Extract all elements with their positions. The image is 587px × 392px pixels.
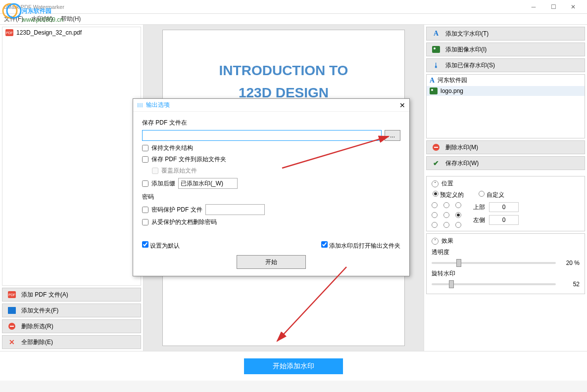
add-pdf-button[interactable]: PDF 添加 PDF 文件(A) — [2, 288, 141, 302]
app-title: uMark PDF Watermarker — [4, 4, 64, 10]
custom-radio[interactable]: 自定义 — [479, 191, 504, 199]
add-folder-button[interactable]: 添加文件夹(F) — [2, 304, 141, 317]
settings-icon: ⁞⁞⁞ — [137, 102, 143, 109]
position-grid-row: 上部 左侧 — [432, 202, 580, 228]
rotate-value: 52 — [560, 281, 580, 288]
opacity-value: 20 % — [560, 260, 580, 266]
open-after-option[interactable]: 添加水印后打开输出文件夹 — [321, 241, 400, 250]
save-path-input[interactable] — [142, 130, 382, 141]
browse-button[interactable]: ... — [385, 130, 400, 141]
menubar: 文件(F) 水印(W) 帮助(H) — [0, 14, 587, 25]
x-icon: ✕ — [7, 338, 16, 346]
left-input[interactable] — [489, 215, 519, 225]
remove-all-button[interactable]: ✕ 全部删除(E) — [2, 335, 141, 349]
overwrite-label: 覆盖原始文件 — [161, 167, 197, 175]
chevron-up-icon: ˄ — [432, 180, 439, 187]
top-input[interactable] — [489, 202, 519, 212]
saved-icon: ⭳ — [432, 62, 440, 69]
save-watermark-button[interactable]: ✔ 保存水印(W) — [426, 156, 585, 170]
opacity-label: 透明度 — [432, 248, 580, 257]
chevron-up-icon: ˄ — [432, 238, 439, 245]
watermark-name: logo.png — [440, 87, 463, 94]
position-grid[interactable] — [432, 202, 463, 228]
set-default-option[interactable]: 设置为默认 — [142, 241, 180, 250]
remove-password-label: 从受保护的文档删除密码 — [151, 218, 217, 226]
minimize-button[interactable]: ─ — [524, 1, 543, 13]
dialog-body: 保存 PDF 文件在 ... 保持文件夹结构 保存 PDF 文件到原始文件夹 覆… — [133, 112, 409, 236]
left-buttons: PDF 添加 PDF 文件(A) 添加文件夹(F) 删除所选(R) ✕ 全部删除… — [2, 288, 141, 349]
predefined-radio[interactable]: 预定义的 — [433, 191, 464, 199]
set-default-checkbox[interactable] — [142, 241, 148, 248]
dialog-title: 输出选项 — [146, 101, 170, 109]
menu-file[interactable]: 文件(F) — [4, 15, 23, 23]
menu-watermark[interactable]: 水印(W) — [31, 15, 52, 23]
add-suffix-label: 添加后缀 — [151, 179, 175, 188]
button-label: 添加图像水印(I) — [445, 45, 487, 54]
watermark-item-image[interactable]: logo.png — [427, 86, 585, 96]
dialog-footer: 设置为默认 添加水印后打开输出文件夹 — [133, 236, 409, 255]
dialog-start-button[interactable]: 开始 — [237, 255, 306, 269]
password-protect-label: 密码保护 PDF 文件 — [151, 206, 202, 214]
pos-bl[interactable] — [432, 222, 438, 228]
close-button[interactable]: ✕ — [563, 1, 583, 13]
pos-tc[interactable] — [443, 202, 449, 208]
dialog-close-button[interactable]: ✕ — [399, 101, 405, 109]
save-to-original-label: 保存 PDF 文件到原始文件夹 — [151, 155, 226, 164]
left-label: 左侧 — [473, 216, 485, 224]
open-after-checkbox[interactable] — [321, 241, 328, 248]
top-label: 上部 — [473, 203, 485, 212]
position-inputs: 上部 左侧 — [473, 202, 519, 228]
file-list[interactable]: PDF 123D_Design_32_cn.pdf — [2, 27, 141, 286]
section-header[interactable]: ˄ 位置 — [432, 179, 580, 188]
image-icon — [430, 87, 438, 94]
pos-tl[interactable] — [432, 202, 438, 208]
button-label: 全部删除(E) — [21, 338, 53, 347]
add-text-watermark-button[interactable]: A 添加文字水印(T) — [426, 27, 585, 41]
pos-mc[interactable] — [443, 212, 449, 218]
password-protect-checkbox[interactable] — [142, 207, 148, 213]
password-label: 密码 — [142, 193, 400, 201]
pos-ml[interactable] — [432, 212, 438, 218]
add-suffix-checkbox[interactable] — [142, 180, 148, 187]
left-panel: PDF 123D_Design_32_cn.pdf PDF 添加 PDF 文件(… — [0, 25, 144, 351]
file-item[interactable]: PDF 123D_Design_32_cn.pdf — [2, 27, 141, 38]
suffix-input[interactable] — [178, 178, 238, 189]
window-controls: ─ ☐ ✕ — [524, 1, 583, 13]
section-title: 效果 — [441, 237, 453, 245]
watermark-item-text[interactable]: A 河东软件园 — [427, 75, 585, 86]
password-input[interactable] — [205, 204, 265, 215]
maximize-button[interactable]: ☐ — [543, 1, 563, 13]
menu-help[interactable]: 帮助(H) — [61, 15, 81, 23]
section-header[interactable]: ˄ 效果 — [432, 237, 580, 245]
rotate-slider[interactable] — [432, 283, 556, 285]
start-watermark-button[interactable]: 开始添加水印 — [244, 358, 343, 374]
overwrite-checkbox[interactable] — [152, 168, 158, 174]
watermark-name: 河东软件园 — [438, 76, 467, 85]
watermark-list[interactable]: A 河东软件园 logo.png — [426, 74, 585, 138]
remove-selected-button[interactable]: 删除所选(R) — [2, 319, 141, 333]
folder-icon — [7, 307, 16, 314]
pos-tr[interactable] — [455, 202, 461, 208]
remove-watermark-button[interactable]: 删除水印(M) — [426, 140, 585, 154]
section-title: 位置 — [441, 179, 453, 188]
file-name: 123D_Design_32_cn.pdf — [16, 29, 82, 36]
save-to-original-checkbox[interactable] — [142, 156, 148, 163]
rotate-slider-row: 52 — [432, 281, 580, 288]
output-options-dialog: ⁞⁞⁞ 输出选项 ✕ 保存 PDF 文件在 ... 保持文件夹结构 保存 PDF… — [133, 98, 410, 276]
titlebar: uMark PDF Watermarker ─ ☐ ✕ — [0, 0, 587, 14]
keep-structure-checkbox[interactable] — [142, 145, 148, 151]
page-title-line1: INTRODUCTION TO — [178, 60, 390, 82]
opacity-slider[interactable] — [432, 262, 556, 264]
check-icon: ✔ — [432, 159, 440, 167]
button-label: 保存水印(W) — [445, 159, 479, 168]
text-icon: A — [430, 77, 435, 85]
add-image-watermark-button[interactable]: 添加图像水印(I) — [426, 43, 585, 56]
pos-br[interactable] — [455, 222, 461, 228]
pos-bc[interactable] — [443, 222, 449, 228]
rotate-label: 旋转水印 — [432, 269, 580, 278]
button-label: 删除水印(M) — [445, 143, 478, 152]
add-saved-watermark-button[interactable]: ⭳ 添加已保存水印(S) — [426, 58, 585, 72]
pos-mr[interactable] — [455, 212, 461, 218]
remove-icon — [7, 323, 16, 330]
remove-password-checkbox[interactable] — [142, 219, 148, 225]
